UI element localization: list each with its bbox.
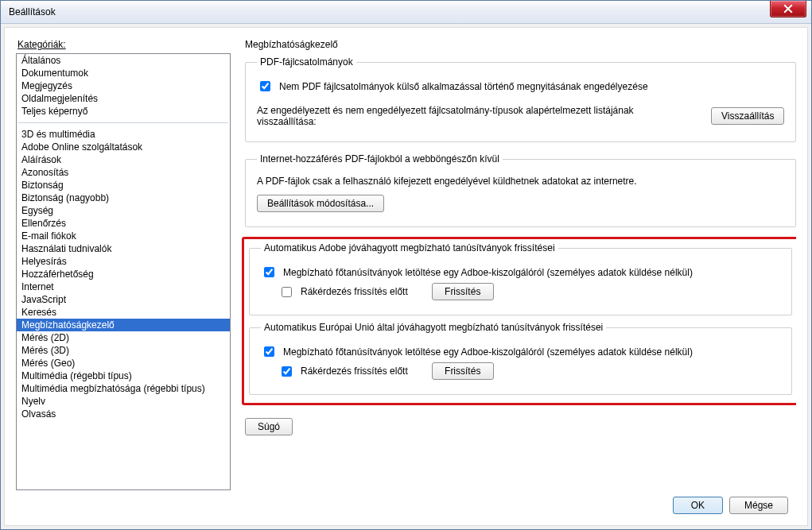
category-item[interactable]: Oldalmegjelenítés bbox=[17, 92, 230, 105]
adobe-trust-legend: Automatikus Adobe jóváhagyott megbízható… bbox=[261, 242, 558, 253]
close-icon bbox=[783, 4, 793, 14]
category-item[interactable]: Azonosítás bbox=[17, 166, 230, 179]
eu-download-trusted-label: Megbízható főtanúsítványok letöltése egy… bbox=[283, 346, 693, 358]
dialog-footer: OK Mégse bbox=[16, 490, 796, 517]
category-item[interactable]: Egység bbox=[17, 204, 230, 217]
category-item[interactable]: 3D és multimédia bbox=[17, 128, 230, 141]
internet-settings-button[interactable]: Beállítások módosítása... bbox=[257, 195, 384, 212]
category-separator bbox=[18, 122, 228, 123]
category-item[interactable]: Mérés (3D) bbox=[17, 344, 230, 357]
dialog-body: Kategóriák: ÁltalánosDokumentumokMegjegy… bbox=[4, 27, 808, 526]
category-item[interactable]: Multimédia (régebbi típus) bbox=[17, 369, 230, 382]
category-item[interactable]: Teljes képernyő bbox=[17, 105, 230, 118]
eu-trust-legend: Automatikus Európai Unió által jóváhagyo… bbox=[261, 322, 606, 333]
preferences-dialog: Beállítások Kategóriák: ÁltalánosDokumen… bbox=[0, 0, 812, 530]
attachments-legend: PDF-fájlcsatolmányok bbox=[257, 56, 356, 68]
close-button[interactable] bbox=[770, 1, 806, 17]
category-item[interactable]: Biztonság bbox=[17, 179, 230, 191]
category-item[interactable]: Aláírások bbox=[17, 153, 230, 166]
category-item[interactable]: Megjegyzés bbox=[17, 79, 230, 92]
categories-listbox[interactable]: ÁltalánosDokumentumokMegjegyzésOldalmegj… bbox=[16, 53, 231, 490]
internet-access-group: Internet-hozzáférés PDF-fájlokból a webb… bbox=[245, 153, 796, 227]
category-item[interactable]: Biztonság (nagyobb) bbox=[17, 191, 230, 204]
allow-external-attachments-checkbox[interactable] bbox=[260, 81, 270, 91]
adobe-download-trusted-checkbox[interactable] bbox=[264, 267, 274, 277]
category-item[interactable]: Mérés (Geo) bbox=[17, 357, 230, 369]
adobe-trust-group: Automatikus Adobe jóváhagyott megbízható… bbox=[249, 242, 792, 315]
category-item[interactable]: E-mail fiókok bbox=[17, 230, 230, 242]
panel-title: Megbízhatóságkezelő bbox=[245, 39, 796, 50]
category-item[interactable]: Keresés bbox=[17, 306, 230, 319]
titlebar: Beállítások bbox=[1, 1, 811, 24]
window-title: Beállítások bbox=[1, 6, 56, 17]
category-item[interactable]: Általános bbox=[17, 54, 230, 67]
category-item[interactable]: Olvasás bbox=[17, 408, 230, 420]
category-item[interactable]: Mérés (2D) bbox=[17, 331, 230, 344]
settings-panel: Megbízhatóságkezelő PDF-fájlcsatolmányok… bbox=[245, 39, 796, 490]
highlighted-trust-section: Automatikus Adobe jóváhagyott megbízható… bbox=[242, 237, 796, 405]
category-item[interactable]: Internet bbox=[17, 280, 230, 293]
category-item[interactable]: Használati tudnivalók bbox=[17, 242, 230, 255]
category-item[interactable]: JavaScript bbox=[17, 293, 230, 306]
category-item[interactable]: Megbízhatóságkezelő bbox=[17, 319, 230, 331]
category-item[interactable]: Nyelv bbox=[17, 395, 230, 408]
eu-ask-before-update-checkbox[interactable] bbox=[282, 366, 292, 377]
category-item[interactable]: Adobe Online szolgáltatások bbox=[17, 141, 230, 153]
eu-ask-before-update-label: Rákérdezés frissítés előtt bbox=[301, 366, 408, 377]
adobe-download-trusted-label: Megbízható főtanúsítványok letöltése egy… bbox=[283, 267, 693, 278]
internet-access-desc: A PDF-fájlok csak a felhasználó kifejeze… bbox=[257, 176, 637, 187]
help-button[interactable]: Súgó bbox=[245, 418, 293, 435]
adobe-update-button[interactable]: Frissítés bbox=[432, 283, 494, 300]
ok-button[interactable]: OK bbox=[673, 497, 723, 514]
adobe-ask-before-update-label: Rákérdezés frissítés előtt bbox=[301, 286, 408, 297]
category-item[interactable]: Hozzáférhetőség bbox=[17, 268, 230, 280]
internet-access-legend: Internet-hozzáférés PDF-fájlokból a webb… bbox=[257, 153, 503, 164]
category-item[interactable]: Ellenőrzés bbox=[17, 217, 230, 230]
reset-attachment-list-text: Az engedélyezett és nem engedélyezett fá… bbox=[257, 105, 692, 127]
allow-external-attachments-label: Nem PDF fájlcsatolmányok külső alkalmazá… bbox=[279, 81, 648, 92]
cancel-button[interactable]: Mégse bbox=[729, 497, 788, 514]
attachments-group: PDF-fájlcsatolmányok Nem PDF fájlcsatolm… bbox=[245, 56, 796, 142]
reset-attachment-list-button[interactable]: Visszaállítás bbox=[711, 107, 784, 125]
category-item[interactable]: Helyesírás bbox=[17, 255, 230, 268]
eu-trust-group: Automatikus Európai Unió által jóváhagyo… bbox=[249, 322, 792, 395]
category-item[interactable]: Dokumentumok bbox=[17, 67, 230, 79]
eu-update-button[interactable]: Frissítés bbox=[432, 362, 494, 380]
eu-download-trusted-checkbox[interactable] bbox=[264, 346, 274, 357]
categories-label: Kategóriák: bbox=[17, 39, 231, 50]
adobe-ask-before-update-checkbox[interactable] bbox=[282, 287, 292, 297]
category-item[interactable]: Multimédia megbízhatósága (régebbi típus… bbox=[17, 382, 230, 395]
categories-pane: Kategóriák: ÁltalánosDokumentumokMegjegy… bbox=[16, 39, 231, 490]
